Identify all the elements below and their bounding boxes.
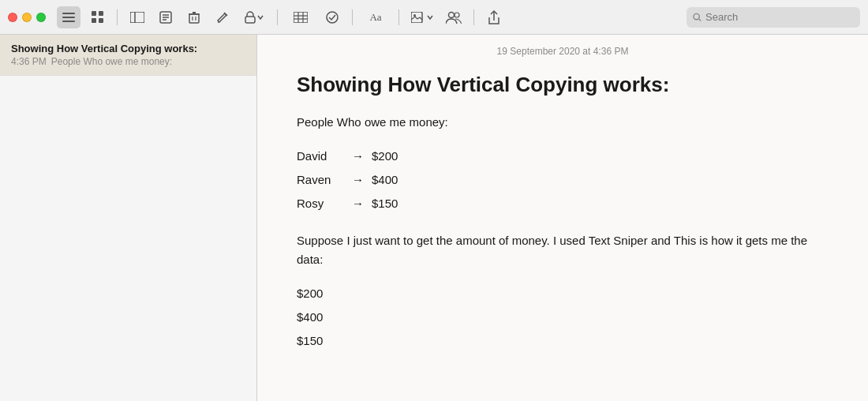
svg-point-28 [413,14,416,17]
new-note-button[interactable] [211,6,234,28]
svg-rect-1 [62,17,75,18]
svg-rect-20 [245,17,255,23]
attachment-icon [159,11,172,24]
close-button[interactable] [8,13,17,22]
svg-rect-2 [62,21,75,22]
checklist-button[interactable] [320,6,344,28]
sidebar-icon [130,12,144,23]
money-table: David → $200 Raven → $400 Rosy → $150 [297,144,829,215]
svg-point-26 [327,12,338,23]
compose-icon [216,11,229,24]
content-area: 19 September 2020 at 4:36 PM Showing How… [257,35,868,401]
share-button[interactable] [482,6,506,28]
note-content: Showing How Vertical Copying works: Peop… [257,65,868,384]
separator-1 [117,9,118,25]
list-view-button[interactable] [57,6,80,28]
attachment-button[interactable] [154,6,178,28]
sidebar-toggle-button[interactable] [125,6,149,28]
result-1: $200 [297,282,829,305]
result-amounts: $200 $400 $150 [297,282,829,353]
money-row-rosy: Rosy → $150 [297,192,829,215]
svg-line-32 [699,19,701,21]
minimize-button[interactable] [22,13,32,22]
format-label: Aa [369,11,381,24]
traffic-lights [8,13,46,22]
note-item-time: 4:36 PM [11,56,47,67]
media-button[interactable] [407,6,437,28]
result-3: $150 [297,329,829,353]
svg-point-29 [449,12,455,17]
media-chevron-icon [427,14,433,21]
svg-rect-21 [294,12,308,23]
money-amount-2: $400 [372,168,411,192]
people-icon [446,11,462,24]
search-input[interactable] [705,11,854,23]
money-name-1: David [297,144,344,168]
main-layout: Showing How Vertical Copying works: 4:36… [0,35,868,401]
share-icon [488,10,499,24]
separator-5 [473,9,474,25]
separator-3 [352,9,353,25]
note-date: 19 September 2020 at 4:36 PM [257,35,868,65]
note-description: Suppose I just want to get the amount of… [297,231,829,269]
svg-rect-6 [99,18,103,23]
svg-rect-13 [189,14,199,23]
arrow-1: → [352,144,364,168]
media-icon [411,12,425,23]
search-icon [693,13,702,22]
separator-4 [398,9,399,25]
svg-rect-7 [130,12,144,23]
chevron-down-icon [257,14,264,21]
titlebar: Aa [0,0,868,35]
table-insert-button[interactable] [286,6,316,28]
format-button[interactable]: Aa [361,6,391,28]
money-row-david: David → $200 [297,144,829,168]
arrow-3: → [352,192,364,215]
svg-rect-5 [92,18,96,23]
money-amount-3: $150 [372,192,411,215]
money-amount-1: $200 [372,144,411,168]
grid-icon [92,11,103,23]
lock-button[interactable] [239,6,269,28]
sidebar: Showing How Vertical Copying works: 4:36… [0,35,257,401]
arrow-2: → [352,168,364,192]
maximize-button[interactable] [36,13,46,22]
checklist-icon [326,11,339,24]
note-item-title: Showing How Vertical Copying works: [11,43,245,54]
money-name-2: Raven [297,168,344,192]
search-bar[interactable] [687,7,860,28]
note-title: Showing How Vertical Copying works: [297,73,829,97]
money-row-raven: Raven → $400 [297,168,829,192]
note-intro: People Who owe me money: [297,113,829,132]
collaboration-button[interactable] [442,6,466,28]
svg-rect-3 [92,11,96,16]
result-2: $400 [297,305,829,329]
separator-2 [277,9,278,25]
svg-rect-4 [99,11,103,16]
note-item-preview: People Who owe me money: [51,56,172,67]
svg-point-31 [694,13,699,19]
list-icon [62,12,75,23]
svg-rect-0 [62,13,75,14]
table-icon [294,12,308,23]
svg-point-30 [455,13,459,17]
delete-button[interactable] [182,6,206,28]
svg-rect-27 [411,12,422,23]
note-list-item[interactable]: Showing How Vertical Copying works: 4:36… [0,35,256,76]
money-name-3: Rosy [297,192,344,215]
note-item-meta: 4:36 PM People Who owe me money: [11,56,245,67]
trash-icon [189,11,200,24]
lock-icon [245,11,256,24]
grid-view-button[interactable] [85,6,109,28]
